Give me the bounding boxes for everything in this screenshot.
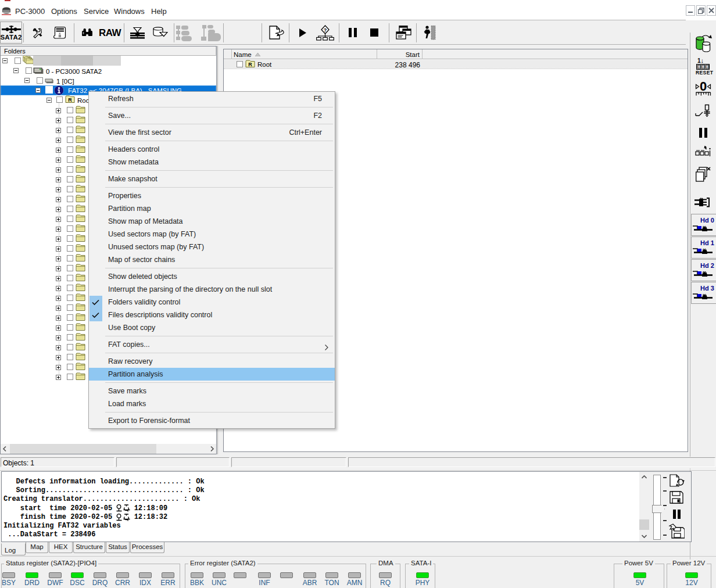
svg-text:0: 0 — [700, 80, 707, 94]
svg-text:?: ? — [324, 27, 327, 33]
